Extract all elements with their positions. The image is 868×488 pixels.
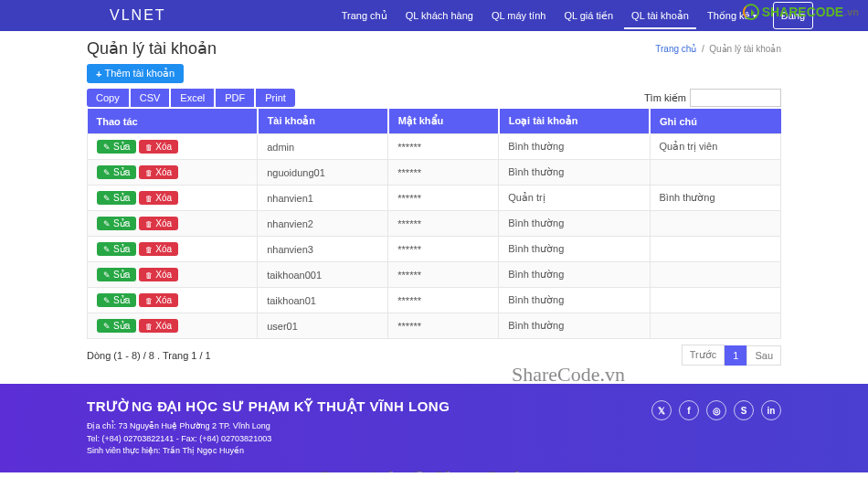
pdf-button[interactable]: PDF	[216, 89, 254, 107]
trash-icon	[145, 142, 153, 152]
cell-type: Bình thường	[499, 211, 650, 237]
main-content: Quản lý tài khoản Trang chủ / Quản lý tà…	[87, 31, 781, 375]
table-row: Sửa Xóanhanvien1******Quản trịBình thườn…	[88, 186, 781, 211]
cell-note	[650, 160, 781, 186]
cell-note	[650, 237, 781, 262]
table-row: Sửa Xóataikhoan01******Bình thường	[88, 288, 781, 313]
pencil-icon	[103, 321, 111, 331]
edit-button[interactable]: Sửa	[97, 165, 136, 179]
footer-author: Sinh viên thực hiện: Trần Thị Ngọc Huyền	[87, 445, 450, 458]
delete-button[interactable]: Xóa	[139, 319, 178, 333]
cell-password: ******	[388, 262, 499, 288]
cell-username: nhanvien3	[258, 237, 388, 262]
delete-button[interactable]: Xóa	[139, 217, 178, 230]
trash-icon	[145, 295, 153, 305]
print-button[interactable]: Print	[256, 89, 295, 107]
nav-accounts[interactable]: QL tài khoản	[624, 3, 696, 29]
facebook-icon[interactable]: f	[679, 400, 699, 420]
edit-button[interactable]: Sửa	[97, 191, 136, 205]
cell-password: ******	[388, 313, 499, 339]
breadcrumb: Trang chủ / Quản lý tài khoản	[655, 44, 781, 54]
footer-title: TRƯỜNG ĐẠI HỌC SƯ PHẠM KỸ THUẬT VĨNH LON…	[87, 398, 450, 415]
cell-type: Bình thường	[499, 160, 650, 186]
edit-button[interactable]: Sửa	[97, 268, 136, 281]
cell-password: ******	[388, 134, 499, 160]
cell-username: nguoidung01	[258, 160, 388, 186]
cell-type: Quản trị	[499, 186, 650, 211]
delete-button[interactable]: Xóa	[139, 293, 178, 307]
cell-note	[650, 288, 781, 313]
breadcrumb-current: Quản lý tài khoản	[709, 44, 781, 54]
pencil-icon	[103, 142, 111, 152]
delete-button[interactable]: Xóa	[139, 140, 178, 154]
page-title: Quản lý tài khoản	[87, 38, 217, 58]
col-note[interactable]: Ghi chú	[650, 109, 781, 134]
accounts-table: Thao tác Tài khoản Mật khẩu Loại tài kho…	[87, 109, 781, 339]
export-toolbar: Copy CSV Excel PDF Print Tìm kiếm	[87, 89, 781, 107]
pagination: Trước 1 Sau	[682, 345, 781, 366]
edit-button[interactable]: Sửa	[97, 217, 136, 230]
edit-button[interactable]: Sửa	[97, 293, 136, 307]
col-username[interactable]: Tài khoản	[258, 109, 388, 134]
breadcrumb-home[interactable]: Trang chủ	[655, 44, 696, 54]
edit-button[interactable]: Sửa	[97, 140, 136, 154]
nav-prices[interactable]: QL giá tiền	[556, 3, 620, 29]
edit-button[interactable]: Sửa	[97, 319, 136, 333]
table-row: Sửa Xóanguoidung01******Bình thường	[88, 160, 781, 186]
sharecode-watermark-logo: SHARECODE.vn	[743, 4, 859, 20]
skype-icon[interactable]: S	[734, 400, 754, 420]
table-row: Sửa Xóanhanvien3******Bình thường	[88, 237, 781, 262]
nav-computers[interactable]: QL máy tính	[484, 3, 554, 28]
page-1[interactable]: 1	[725, 345, 746, 366]
trash-icon	[145, 270, 153, 280]
brand-logo[interactable]: VLNET	[110, 7, 166, 24]
cell-note	[650, 262, 781, 288]
footer-address: Địa chỉ: 73 Nguyễn Huệ Phường 2 TP. Vĩnh…	[87, 420, 450, 433]
table-row: Sửa Xóanhanvien2******Bình thường	[88, 211, 781, 237]
cell-password: ******	[388, 288, 499, 313]
pencil-icon	[103, 193, 111, 203]
search-input[interactable]	[690, 89, 781, 107]
page-next[interactable]: Sau	[746, 345, 781, 366]
col-type[interactable]: Loại tài khoản	[499, 109, 650, 134]
search-label: Tìm kiếm	[644, 92, 686, 104]
cell-password: ******	[388, 186, 499, 211]
cell-type: Bình thường	[499, 262, 650, 288]
table-row: Sửa Xóauser01******Bình thường	[88, 313, 781, 339]
cell-type: Bình thường	[499, 288, 650, 313]
trash-icon	[145, 167, 153, 177]
cell-type: Bình thường	[499, 134, 650, 160]
delete-button[interactable]: Xóa	[139, 242, 178, 256]
delete-button[interactable]: Xóa	[139, 165, 178, 179]
excel-button[interactable]: Excel	[171, 89, 214, 107]
trash-icon	[145, 244, 153, 254]
trash-icon	[145, 218, 153, 228]
cell-username: nhanvien2	[258, 211, 388, 237]
top-nav: VLNET Trang chủ QL khách hàng QL máy tín…	[0, 0, 868, 31]
instagram-icon[interactable]: ◎	[706, 400, 726, 420]
recycle-icon	[743, 4, 759, 20]
cell-password: ******	[388, 237, 499, 262]
col-password[interactable]: Mật khẩu	[388, 109, 499, 134]
table-row: Sửa Xóaadmin******Bình thườngQuản trị vi…	[88, 134, 781, 160]
cell-username: taikhoan01	[258, 288, 388, 313]
pencil-icon	[103, 244, 111, 254]
cell-note: Bình thường	[650, 186, 781, 211]
cell-password: ******	[388, 160, 499, 186]
csv-button[interactable]: CSV	[131, 89, 170, 107]
cell-note	[650, 211, 781, 237]
page-prev[interactable]: Trước	[682, 345, 725, 366]
nav-home[interactable]: Trang chủ	[334, 3, 395, 29]
twitter-icon[interactable]: 𝕏	[651, 400, 672, 420]
nav-customers[interactable]: QL khách hàng	[398, 3, 481, 28]
col-actions[interactable]: Thao tác	[88, 109, 258, 134]
copy-button[interactable]: Copy	[87, 89, 129, 107]
edit-button[interactable]: Sửa	[97, 242, 136, 256]
delete-button[interactable]: Xóa	[139, 191, 178, 205]
footer-tel: Tel: (+84) 02703822141 - Fax: (+84) 0270…	[87, 433, 450, 446]
delete-button[interactable]: Xóa	[139, 268, 178, 281]
plus-icon	[96, 69, 101, 80]
linkedin-icon[interactable]: in	[761, 400, 781, 420]
add-account-button[interactable]: Thêm tài khoản	[87, 64, 184, 83]
cell-password: ******	[388, 211, 499, 237]
